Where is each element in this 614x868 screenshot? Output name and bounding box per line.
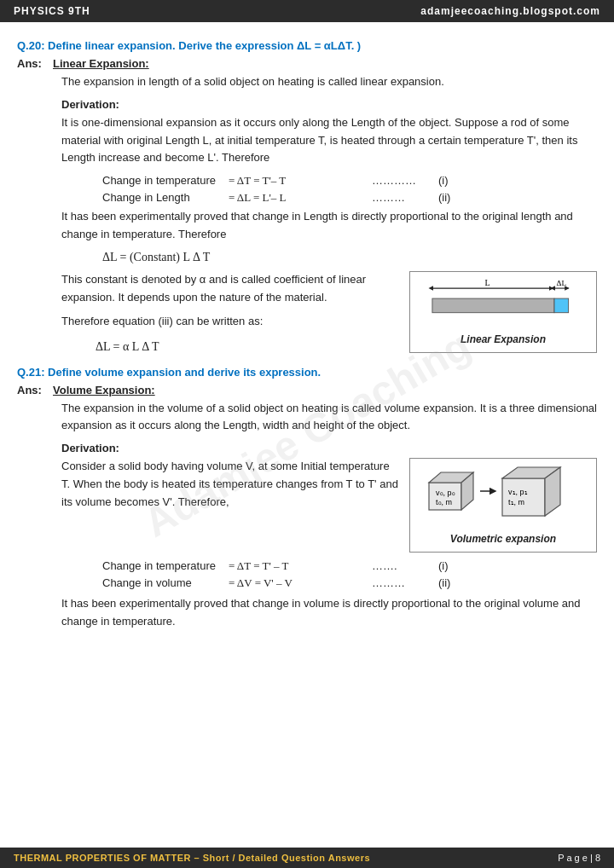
- para-proportional-21: It has been experimentally proved that c…: [61, 595, 597, 631]
- question-21: Q.21: Define volume expansion and derive…: [17, 366, 597, 379]
- svg-text:v₁, p₁: v₁, p₁: [508, 488, 528, 496]
- page-header: PHYSICS 9TH adamjeecoaching.blogspot.com: [0, 0, 614, 22]
- svg-text:L: L: [484, 279, 489, 287]
- linear-diagram-caption: Linear Expansion: [460, 333, 546, 345]
- linear-text-part: This constant is denoted by α and is cal…: [61, 271, 401, 357]
- vol-diagram-caption: Volumetric expansion: [450, 533, 556, 545]
- footer-right: P a g e | 8: [558, 853, 600, 863]
- vol-expansion-diagram: v₀, p₀ t₀, m v₁, p₁ t₁, m V: [409, 458, 597, 553]
- derivation-para-20: It is one-dimensional expansion as it oc…: [61, 114, 597, 167]
- para-vol-def: The expansion in the volume of a solid o…: [61, 400, 597, 436]
- formula-label-temp: Change in temperature: [102, 174, 222, 187]
- vol-text-part: Consider a solid body having volume V, a…: [61, 458, 401, 511]
- header-right: adamjeecoaching.blogspot.com: [420, 5, 600, 17]
- formula-dots-temp-21: …….: [372, 559, 432, 572]
- big-formula-2: ΔL = α L Δ T: [96, 338, 401, 356]
- svg-text:ΔL: ΔL: [557, 279, 567, 287]
- derivation-title-20: Derivation:: [61, 98, 597, 111]
- main-content: Q.20: Define linear expansion. Derive th…: [0, 22, 614, 648]
- linear-eq-intro: Therefore equation (iii) can be written …: [61, 313, 401, 331]
- svg-rect-15: [502, 478, 545, 516]
- para-proportional-20: It has been experimentally proved that c…: [61, 208, 597, 244]
- svg-rect-0: [432, 298, 554, 313]
- ans-label-21: Ans:: [17, 384, 48, 396]
- formula-num-temp: (i): [438, 174, 449, 187]
- linear-section-with-diagram: This constant is denoted by α and is cal…: [61, 271, 597, 357]
- ans-title-21: Volume Expansion:: [53, 384, 155, 396]
- formula-num-temp-21: (i): [438, 559, 449, 572]
- svg-text:t₁, m: t₁, m: [508, 498, 524, 506]
- vol-section-with-diagram: Consider a solid body having volume V, a…: [61, 458, 597, 553]
- formula-num-len: (ii): [438, 191, 450, 204]
- formula-row-vol-21: Change in volume = ΔV = V' – V ……… (ii): [102, 576, 597, 590]
- svg-text:t₀, m: t₀, m: [436, 498, 452, 506]
- formula-label-vol: Change in volume: [102, 576, 222, 589]
- svg-rect-1: [554, 298, 569, 313]
- question-20: Q.20: Define linear expansion. Derive th…: [17, 39, 597, 52]
- page-footer: THERMAL PROPERTIES OF MATTER – Short / D…: [0, 848, 614, 868]
- formula-eq-temp-21: = ΔT = T' – T: [229, 559, 365, 573]
- footer-left: THERMAL PROPERTIES OF MATTER – Short / D…: [14, 853, 370, 863]
- ans-row-21: Ans: Volume Expansion:: [17, 384, 597, 396]
- formula-eq-vol: = ΔV = V' – V: [229, 576, 365, 590]
- linear-expansion-svg: L ΔL: [418, 279, 588, 330]
- ans-label-20: Ans:: [17, 57, 48, 70]
- formula-row-len-20: Change in Length = ΔL = L'– L ……… (ii): [102, 191, 597, 205]
- svg-text:v₀, p₀: v₀, p₀: [436, 489, 455, 497]
- formula-label-len: Change in Length: [102, 191, 222, 204]
- formula-dots-vol: ………: [372, 576, 432, 589]
- header-left: PHYSICS 9TH: [14, 5, 90, 17]
- derivation-para-21: Consider a solid body having volume V, a…: [61, 458, 401, 511]
- vol-expansion-svg: v₀, p₀ t₀, m v₁, p₁ t₁, m: [422, 466, 584, 529]
- big-formula-1: ΔL = (Constant) L Δ T: [102, 251, 597, 264]
- formula-row-temp-21: Change in temperature = ΔT = T' – T ……. …: [102, 559, 597, 573]
- ans-title-20: Linear Expansion:: [53, 57, 149, 70]
- ans-row-20: Ans: Linear Expansion:: [17, 57, 597, 70]
- linear-expansion-diagram: L ΔL Linear Expansion: [409, 271, 597, 353]
- formula-eq-len: = ΔL = L'– L: [229, 191, 365, 205]
- derivation-title-21: Derivation:: [61, 442, 597, 454]
- formula-dots-temp: …………: [372, 174, 432, 187]
- para-linear-def: The expansion in length of a solid objec…: [61, 73, 597, 91]
- formula-row-temp-20: Change in temperature = ΔT = T'– T ………… …: [102, 174, 597, 188]
- linear-constant-text: This constant is denoted by α and is cal…: [61, 271, 401, 307]
- formula-eq-temp: = ΔT = T'– T: [229, 174, 365, 188]
- formula-label-temp-21: Change in temperature: [102, 559, 222, 572]
- formula-num-vol: (ii): [438, 576, 450, 589]
- formula-dots-len: ………: [372, 191, 432, 204]
